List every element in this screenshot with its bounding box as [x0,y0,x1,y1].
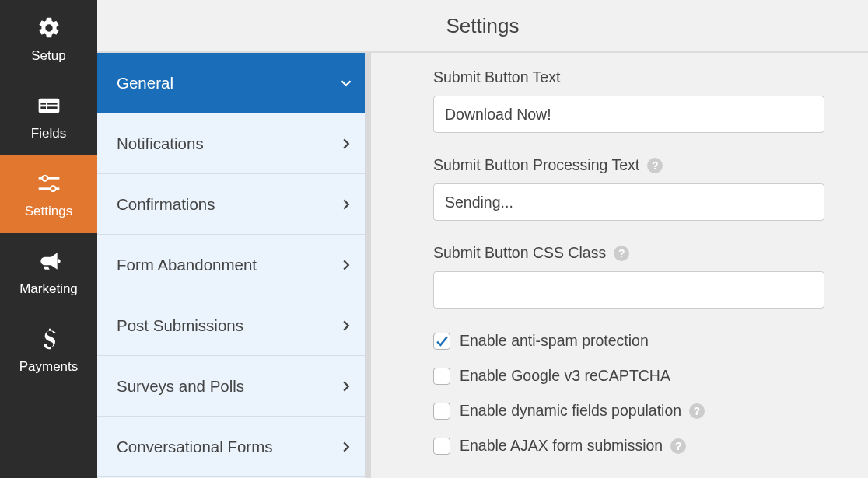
nav-setup-label: Setup [31,48,65,64]
submit-processing-text-input[interactable] [433,183,824,221]
checkbox-row-antispam[interactable]: Enable anti-spam protection [433,332,840,350]
checkbox-row-dynamic[interactable]: Enable dynamic fields population ? [433,402,840,420]
help-icon[interactable]: ? [670,438,686,454]
checkbox-label: Enable dynamic fields population [460,402,681,420]
scrollbar-track[interactable] [365,53,371,478]
chevron-right-icon [341,134,352,153]
nav-fields-label: Fields [31,126,66,141]
sidebar-item-label: Conversational Forms [117,438,273,456]
dollar-icon [35,325,63,353]
sidebar-item-surveys-polls[interactable]: Surveys and Polls [97,356,371,417]
submit-css-class-input[interactable] [433,271,824,309]
svg-point-10 [51,186,56,191]
sidebar-item-form-abandonment[interactable]: Form Abandonment [97,235,371,295]
sidebar-item-general[interactable]: General [97,53,371,113]
sidebar-item-label: Form Abandonment [117,256,257,274]
chevron-right-icon [341,195,352,214]
main-content: Settings Submit Button Text Submit Butto… [371,0,868,478]
submit-button-text-label: Submit Button Text [433,68,840,86]
sidebar-item-label: Surveys and Polls [117,377,244,396]
svg-rect-1 [40,103,46,105]
svg-rect-2 [47,103,57,105]
svg-rect-0 [38,99,59,113]
chevron-right-icon [341,256,352,274]
nav-settings[interactable]: Settings [0,155,97,233]
checkbox-icon [433,368,450,385]
submit-button-text-input[interactable] [433,96,824,133]
help-icon[interactable]: ? [647,158,663,173]
svg-point-8 [42,176,47,181]
checkbox-row-ajax[interactable]: Enable AJAX form submission ? [433,437,840,455]
nav-settings-label: Settings [25,204,72,219]
sidebar-item-label: Notifications [117,134,204,153]
chevron-right-icon [341,438,352,456]
checkbox-label: Enable anti-spam protection [460,332,649,350]
sidebar-item-post-submissions[interactable]: Post Submissions [97,295,371,356]
chevron-right-icon [341,316,352,335]
nav-marketing[interactable]: Marketing [0,233,97,311]
nav-marketing-label: Marketing [19,281,78,297]
sidebar-item-notifications[interactable]: Notifications [97,113,371,174]
checkbox-row-recaptcha[interactable]: Enable Google v3 reCAPTCHA [433,367,840,385]
chevron-right-icon [341,377,352,396]
submit-css-class-label: Submit Button CSS Class [433,244,606,262]
submit-processing-text-label: Submit Button Processing Text [433,156,639,174]
sidebar-item-conversational-forms[interactable]: Conversational Forms [97,417,371,477]
help-icon[interactable]: ? [614,246,629,261]
sidebar-item-confirmations[interactable]: Confirmations [97,174,371,235]
nav-payments-label: Payments [19,359,79,375]
primary-nav: Setup Fields Settings Marketing Payments [0,0,97,478]
gear-icon [35,14,63,42]
sidebar-item-label: Post Submissions [117,316,243,335]
list-icon [35,92,63,120]
checkbox-icon [433,438,450,455]
checkbox-label: Enable Google v3 reCAPTCHA [460,367,670,385]
page-title: Settings [446,14,520,38]
sidebar-item-label: Confirmations [117,195,215,214]
settings-sidebar: General Notifications Confirmations Form… [97,0,371,478]
nav-setup[interactable]: Setup [0,0,97,78]
nav-payments[interactable]: Payments [0,311,97,389]
bullhorn-icon [35,247,63,275]
sidebar-item-label: General [117,74,173,92]
nav-fields[interactable]: Fields [0,78,97,155]
help-icon[interactable]: ? [689,403,705,419]
topbar: Settings [97,0,868,53]
chevron-down-icon [341,74,352,92]
checkbox-icon [433,333,450,350]
svg-rect-4 [47,106,57,109]
checkbox-icon [433,403,450,420]
checkbox-label: Enable AJAX form submission [460,437,663,455]
sliders-icon [35,169,63,197]
svg-rect-3 [40,106,46,109]
